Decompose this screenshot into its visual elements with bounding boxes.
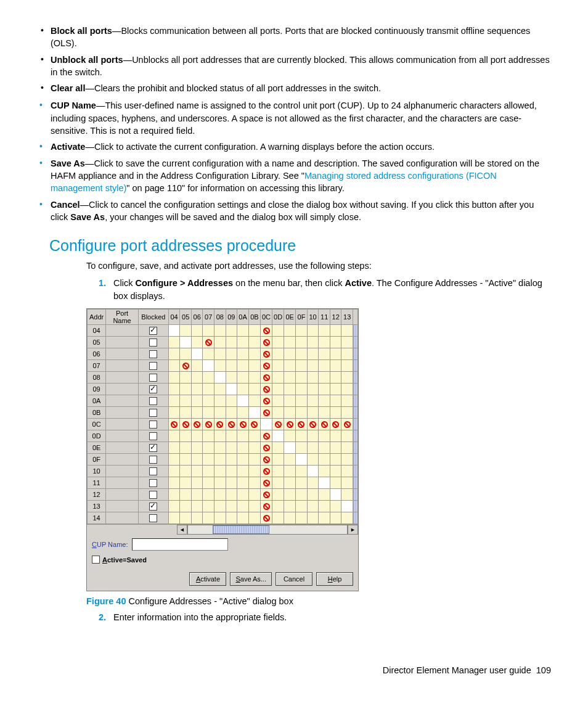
matrix-cell[interactable] — [260, 477, 272, 489]
blocked-checkbox[interactable] — [138, 407, 168, 419]
matrix-cell[interactable] — [284, 466, 296, 477]
matrix-cell[interactable] — [226, 501, 237, 512]
matrix-cell[interactable] — [249, 337, 261, 348]
blocked-checkbox[interactable] — [138, 325, 168, 337]
scroll-left-arrow[interactable]: ◄ — [177, 525, 187, 535]
matrix-cell[interactable] — [203, 489, 214, 501]
matrix-cell[interactable] — [296, 384, 308, 395]
matrix-cell[interactable] — [249, 501, 261, 512]
matrix-cell[interactable] — [237, 512, 249, 524]
matrix-cell[interactable] — [307, 325, 319, 337]
matrix-cell[interactable] — [307, 384, 319, 395]
matrix-cell[interactable] — [237, 466, 249, 477]
matrix-cell[interactable] — [272, 454, 284, 466]
matrix-cell[interactable] — [319, 489, 330, 501]
matrix-cell[interactable] — [296, 501, 308, 512]
matrix-cell[interactable] — [180, 501, 192, 512]
matrix-cell[interactable] — [226, 489, 237, 501]
matrix-cell[interactable] — [168, 489, 180, 501]
help-button[interactable]: Help — [316, 572, 353, 586]
matrix-cell[interactable] — [330, 407, 341, 419]
matrix-cell[interactable] — [214, 466, 226, 477]
matrix-cell[interactable] — [284, 512, 296, 524]
matrix-cell[interactable] — [284, 454, 296, 466]
matrix-cell[interactable] — [203, 360, 214, 372]
matrix-cell[interactable] — [237, 360, 249, 372]
matrix-cell[interactable] — [341, 360, 353, 372]
matrix-cell[interactable] — [191, 430, 203, 442]
blocked-checkbox[interactable] — [138, 454, 168, 466]
matrix-cell[interactable] — [341, 325, 353, 337]
blocked-checkbox[interactable] — [138, 512, 168, 524]
matrix-cell[interactable] — [296, 395, 308, 407]
matrix-cell[interactable] — [341, 407, 353, 419]
matrix-cell[interactable] — [260, 325, 272, 337]
matrix-cell[interactable] — [319, 337, 330, 348]
matrix-cell[interactable] — [284, 395, 296, 407]
matrix-cell[interactable] — [307, 430, 319, 442]
matrix-cell[interactable] — [168, 360, 180, 372]
matrix-cell[interactable] — [272, 512, 284, 524]
matrix-cell[interactable] — [330, 430, 341, 442]
matrix-cell[interactable] — [260, 419, 272, 430]
matrix-cell[interactable] — [330, 360, 341, 372]
matrix-cell[interactable] — [296, 337, 308, 348]
matrix-cell[interactable] — [180, 489, 192, 501]
matrix-cell[interactable] — [307, 466, 319, 477]
scroll-right-arrow[interactable]: ► — [348, 525, 358, 535]
matrix-cell[interactable] — [180, 407, 192, 419]
matrix-cell[interactable] — [249, 348, 261, 360]
blocked-checkbox[interactable] — [138, 337, 168, 348]
matrix-cell[interactable] — [237, 325, 249, 337]
matrix-cell[interactable] — [307, 337, 319, 348]
matrix-cell[interactable] — [168, 477, 180, 489]
matrix-cell[interactable] — [214, 512, 226, 524]
matrix-cell[interactable] — [180, 477, 192, 489]
matrix-cell[interactable] — [168, 454, 180, 466]
matrix-cell[interactable] — [214, 360, 226, 372]
matrix-cell[interactable] — [237, 430, 249, 442]
matrix-cell[interactable] — [237, 407, 249, 419]
matrix-cell[interactable] — [272, 395, 284, 407]
matrix-cell[interactable] — [180, 384, 192, 395]
blocked-checkbox[interactable] — [138, 489, 168, 501]
active-saved-checkbox[interactable]: Active=Saved — [87, 554, 358, 567]
matrix-cell[interactable] — [180, 442, 192, 454]
matrix-cell[interactable] — [214, 442, 226, 454]
matrix-cell[interactable] — [214, 395, 226, 407]
matrix-cell[interactable] — [272, 477, 284, 489]
matrix-cell[interactable] — [341, 395, 353, 407]
matrix-cell[interactable] — [203, 454, 214, 466]
matrix-cell[interactable] — [272, 360, 284, 372]
matrix-cell[interactable] — [330, 348, 341, 360]
matrix-cell[interactable] — [237, 337, 249, 348]
matrix-cell[interactable] — [237, 454, 249, 466]
matrix-cell[interactable] — [341, 512, 353, 524]
matrix-cell[interactable] — [191, 466, 203, 477]
matrix-cell[interactable] — [191, 442, 203, 454]
matrix-cell[interactable] — [272, 372, 284, 384]
matrix-cell[interactable] — [307, 360, 319, 372]
matrix-cell[interactable] — [168, 430, 180, 442]
matrix-cell[interactable] — [330, 489, 341, 501]
matrix-cell[interactable] — [203, 442, 214, 454]
blocked-checkbox[interactable] — [138, 430, 168, 442]
matrix-cell[interactable] — [341, 477, 353, 489]
matrix-cell[interactable] — [237, 419, 249, 430]
matrix-cell[interactable] — [296, 454, 308, 466]
matrix-cell[interactable] — [284, 348, 296, 360]
matrix-cell[interactable] — [341, 489, 353, 501]
matrix-cell[interactable] — [272, 430, 284, 442]
matrix-cell[interactable] — [237, 395, 249, 407]
matrix-cell[interactable] — [260, 501, 272, 512]
matrix-cell[interactable] — [203, 407, 214, 419]
matrix-cell[interactable] — [214, 325, 226, 337]
matrix-cell[interactable] — [284, 430, 296, 442]
blocked-checkbox[interactable] — [138, 348, 168, 360]
matrix-cell[interactable] — [341, 466, 353, 477]
matrix-cell[interactable] — [214, 407, 226, 419]
matrix-cell[interactable] — [191, 477, 203, 489]
matrix-cell[interactable] — [191, 348, 203, 360]
matrix-cell[interactable] — [296, 512, 308, 524]
matrix-cell[interactable] — [319, 348, 330, 360]
